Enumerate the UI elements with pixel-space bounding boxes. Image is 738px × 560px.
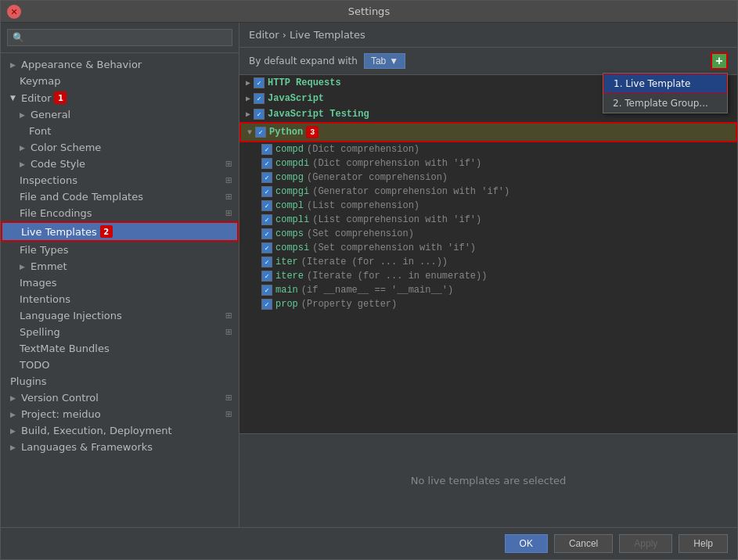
template-abbr: comps [275, 228, 304, 239]
sidebar-item-general[interactable]: ▶ General [1, 106, 239, 123]
template-abbr: compli [275, 214, 309, 225]
sidebar-item-label: TODO [20, 359, 49, 371]
check-icon: ✓ [254, 109, 265, 120]
template-item-compli[interactable]: ✓ compli (List comprehension with 'if') [239, 213, 737, 227]
search-box [1, 23, 239, 53]
template-abbr: compgi [275, 186, 309, 197]
sidebar-item-inspections[interactable]: Inspections ⊞ [1, 172, 239, 188]
sidebar-item-build[interactable]: ▶ Build, Execution, Deployment [1, 422, 239, 439]
arrow-icon: ▶ [10, 61, 18, 69]
template-item-compl[interactable]: ✓ compl (List comprehension) [239, 199, 737, 213]
sidebar-item-file-types[interactable]: File Types [1, 242, 239, 258]
arrow-icon: ▼ [10, 94, 18, 102]
sidebar-item-version-control[interactable]: ▶ Version Control ⊞ [1, 389, 239, 406]
sidebar-item-code-style[interactable]: ▶ Code Style ⊞ [1, 156, 239, 172]
sidebar-item-images[interactable]: Images [1, 275, 239, 291]
sidebar-item-todo[interactable]: TODO [1, 357, 239, 373]
sidebar-item-label: Spelling [20, 326, 60, 338]
breadcrumb: Editor › Live Templates [239, 23, 737, 48]
sidebar-item-label: Images [20, 277, 57, 289]
sidebar-item-color-scheme[interactable]: ▶ Color Scheme [1, 139, 239, 156]
sidebar-item-spelling[interactable]: Spelling ⊞ [1, 324, 239, 340]
sidebar-item-label: Intentions [20, 293, 70, 305]
arrow-icon: ▶ [10, 411, 18, 418]
arrow-icon: ▶ [246, 94, 250, 103]
template-list: ▶ ✓ HTTP Requests ▶ ✓ JavaScript ▶ ✓ Jav… [239, 75, 737, 433]
template-abbr: main [275, 285, 298, 296]
template-item-compd[interactable]: ✓ compd (Dict comprehension) [239, 142, 737, 156]
sidebar-item-editor[interactable]: ▼ Editor 1 [1, 89, 239, 106]
help-button[interactable]: Help [679, 534, 728, 553]
sidebar-item-label: Build, Execution, Deployment [21, 425, 171, 436]
check-icon: ✓ [261, 228, 272, 239]
template-desc: (Dict comprehension) [307, 144, 419, 155]
ext-icon: ⊞ [225, 311, 232, 321]
sidebar-item-language-injections[interactable]: Language Injections ⊞ [1, 307, 239, 324]
sidebar-item-languages[interactable]: ▶ Languages & Frameworks [1, 439, 239, 455]
sidebar-item-label: General [31, 109, 70, 120]
template-item-compgi[interactable]: ✓ compgi (Generator comprehension with '… [239, 185, 737, 199]
check-icon: ✓ [255, 127, 266, 138]
popup-item-template-group[interactable]: 2. Template Group... [603, 94, 727, 113]
template-abbr: compg [275, 172, 304, 183]
template-item-compdi[interactable]: ✓ compdi (Dict comprehension with 'if') [239, 156, 737, 171]
check-icon: ✓ [261, 285, 272, 296]
right-panel: Editor › Live Templates By default expan… [239, 23, 737, 527]
add-dropdown-popup: 1. Live Template 2. Template Group... [603, 73, 728, 113]
sidebar-item-keymap[interactable]: Keymap [1, 73, 239, 89]
template-item-prop[interactable]: ✓ prop (Property getter) [239, 297, 737, 311]
template-item-comps[interactable]: ✓ comps (Set comprehension) [239, 227, 737, 241]
expand-with-dropdown[interactable]: Tab ▼ [364, 53, 405, 69]
template-group-python[interactable]: ▼ ✓ Python 3 [239, 122, 737, 142]
search-input[interactable] [7, 29, 232, 46]
sidebar-item-intentions[interactable]: Intentions [1, 291, 239, 307]
popup-item-live-template[interactable]: 1. Live Template [603, 74, 727, 94]
sidebar-item-plugins[interactable]: Plugins [1, 373, 239, 389]
template-desc: (Iterate (for ... in ...)) [301, 257, 448, 267]
ext-icon: ⊞ [225, 192, 232, 202]
sidebar-item-appearance[interactable]: ▶ Appearance & Behavior [1, 56, 239, 73]
ext-icon: ⊞ [225, 393, 232, 403]
arrow-icon: ▶ [20, 144, 27, 152]
add-button[interactable]: + [711, 52, 728, 70]
sidebar-item-label: Version Control [21, 392, 99, 404]
template-desc: (List comprehension) [307, 200, 419, 211]
template-item-compg[interactable]: ✓ compg (Generator comprehension) [239, 171, 737, 185]
ext-icon: ⊞ [225, 159, 232, 169]
ok-button[interactable]: OK [505, 534, 548, 553]
arrow-icon: ▶ [246, 109, 250, 119]
close-button[interactable]: ✕ [7, 5, 21, 19]
template-item-main[interactable]: ✓ main (if __name__ == '__main__') [239, 283, 737, 297]
template-item-itere[interactable]: ✓ itere (Iterate (for ... in enumerate)) [239, 269, 737, 283]
arrow-icon: ▶ [10, 443, 18, 451]
main-content: ▶ Appearance & Behavior Keymap ▼ Editor … [1, 23, 737, 527]
check-icon: ✓ [261, 299, 272, 310]
sidebar-item-label: Live Templates [21, 226, 97, 238]
template-desc: (Generator comprehension) [307, 172, 448, 183]
check-icon: ✓ [261, 200, 272, 211]
toolbar-label: By default expand with [249, 56, 358, 66]
group-name: HTTP Requests [268, 77, 341, 88]
sidebar-item-textmate-bundles[interactable]: TextMate Bundles [1, 340, 239, 357]
template-item-compsi[interactable]: ✓ compsi (Set comprehension with 'if') [239, 241, 737, 255]
sidebar-item-live-templates[interactable]: Live Templates 2 [1, 221, 239, 242]
group-name: JavaScript Testing [268, 109, 369, 120]
sidebar-item-file-encodings[interactable]: File Encodings ⊞ [1, 205, 239, 221]
badge-editor: 1 [54, 92, 67, 104]
bottom-bar: OK Cancel Apply Help [1, 527, 737, 559]
group-name: Python [269, 127, 303, 138]
apply-button[interactable]: Apply [619, 534, 672, 553]
ext-icon: ⊞ [225, 175, 232, 185]
template-desc: (List comprehension with 'if') [312, 214, 481, 225]
sidebar-item-emmet[interactable]: ▶ Emmet [1, 258, 239, 275]
sidebar-item-label: Plugins [10, 375, 47, 387]
check-icon: ✓ [261, 242, 272, 253]
cancel-button[interactable]: Cancel [554, 534, 613, 553]
template-item-iter[interactable]: ✓ iter (Iterate (for ... in ...)) [239, 255, 737, 269]
breadcrumb-part-editor: Editor [249, 29, 279, 41]
sidebar-item-project[interactable]: ▶ Project: meiduo ⊞ [1, 406, 239, 422]
sidebar-item-label: Color Scheme [31, 142, 101, 153]
detail-panel: No live templates are selected [239, 433, 737, 527]
sidebar-item-file-code-templates[interactable]: File and Code Templates ⊞ [1, 188, 239, 205]
sidebar-item-font[interactable]: Font [1, 123, 239, 139]
